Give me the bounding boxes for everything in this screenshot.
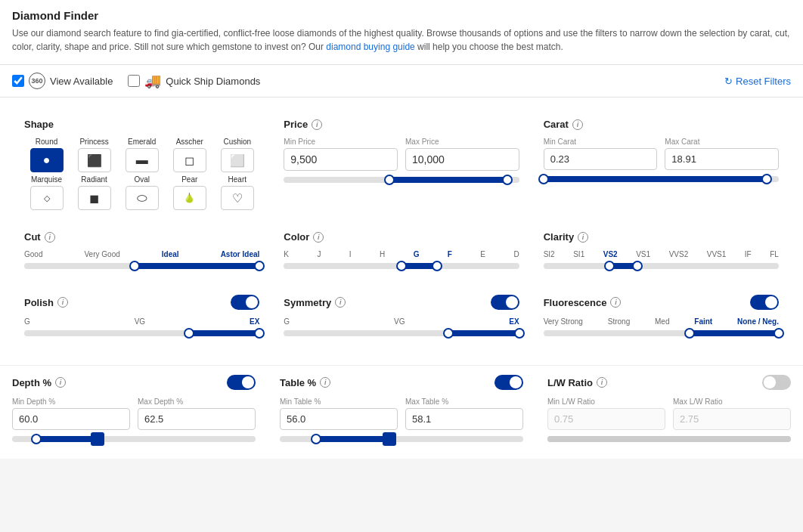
table-toggle[interactable] xyxy=(495,375,523,390)
cut-title: Cut xyxy=(24,231,41,243)
table-slider-max-thumb[interactable] xyxy=(383,432,396,446)
shape-item-asscher[interactable]: Asscher ◻ xyxy=(167,138,212,172)
depth-toggle[interactable] xyxy=(227,375,256,390)
price-max-input[interactable] xyxy=(405,148,519,171)
carat-max-input[interactable] xyxy=(665,148,779,170)
symmetry-section: Symmetry i G VG EX xyxy=(271,286,531,353)
price-min-label: Min Price xyxy=(284,138,398,146)
shape-item-emerald[interactable]: Emerald ▬ xyxy=(119,138,164,172)
lw-min-input[interactable] xyxy=(547,408,665,430)
depth-title: Depth % xyxy=(12,377,51,388)
table-min-input[interactable] xyxy=(280,408,398,430)
carat-max-group: Max Carat xyxy=(665,138,779,170)
header-section: Diamond Finder Use our diamond search fe… xyxy=(0,0,803,65)
lw-ratio-section: L/W Ratio i Min L/W Ratio Max L/W Ratio xyxy=(535,366,803,459)
carat-slider-track[interactable] xyxy=(544,176,779,182)
depth-min-input[interactable] xyxy=(12,408,130,430)
color-scale-labels: K J I H G F E D xyxy=(284,250,519,258)
fluorescence-slider-track[interactable] xyxy=(544,330,779,336)
table-max-group: Max Table % xyxy=(405,397,523,430)
reset-icon: ↻ xyxy=(724,76,733,87)
price-info-icon: i xyxy=(312,119,322,130)
shape-item-marquise[interactable]: Marquise ◇ xyxy=(24,175,69,210)
polish-slider-min-thumb[interactable] xyxy=(184,328,194,339)
table-max-label: Max Table % xyxy=(405,397,523,406)
clarity-info-icon: i xyxy=(578,232,588,243)
clarity-slider-min-thumb[interactable] xyxy=(604,261,615,271)
depth-slider-track[interactable] xyxy=(12,436,256,442)
diamond-guide-link[interactable]: diamond buying guide xyxy=(326,42,414,52)
carat-min-label: Min Carat xyxy=(544,138,658,146)
reset-filters-button[interactable]: ↻ Reset Filters xyxy=(724,76,791,87)
cushion-icon: ⬜ xyxy=(230,153,245,168)
view-available-filter[interactable]: 360 View Available xyxy=(12,73,113,89)
polish-toggle[interactable] xyxy=(231,295,259,310)
color-slider-track[interactable] xyxy=(284,263,519,269)
symmetry-slider-track[interactable] xyxy=(284,330,519,336)
shape-item-round[interactable]: Round ● xyxy=(24,138,69,172)
shape-item-pear[interactable]: Pear 🍐 xyxy=(167,175,212,210)
depth-max-input[interactable] xyxy=(138,408,256,430)
shape-item-cushion[interactable]: Cushion ⬜ xyxy=(215,138,259,172)
lw-max-input[interactable] xyxy=(673,408,791,430)
table-slider-track[interactable] xyxy=(280,436,523,442)
radiant-icon: ◼ xyxy=(89,191,99,206)
clarity-slider-track[interactable] xyxy=(544,263,779,269)
carat-title: Carat xyxy=(544,119,569,130)
carat-slider-min-thumb[interactable] xyxy=(538,174,549,184)
polish-title: Polish xyxy=(24,297,54,308)
shape-item-radiant[interactable]: Radiant ◼ xyxy=(72,175,116,210)
cut-slider-min-thumb[interactable] xyxy=(129,261,140,271)
symmetry-scale-labels: G VG EX xyxy=(284,317,519,326)
fluorescence-title: Fluorescence xyxy=(544,297,607,308)
symmetry-info-icon: i xyxy=(335,297,346,308)
lw-ratio-toggle[interactable] xyxy=(762,375,791,390)
symmetry-slider-max-thumb[interactable] xyxy=(514,328,525,339)
carat-slider-max-thumb[interactable] xyxy=(761,174,772,184)
carat-section: Carat i Min Carat Max Carat xyxy=(532,110,791,222)
table-info-icon: i xyxy=(320,377,330,388)
clarity-scale-labels: SI2 SI1 VS2 VS1 VVS2 VVS1 IF FL xyxy=(544,250,779,258)
carat-min-input[interactable] xyxy=(544,148,658,170)
shape-item-oval[interactable]: Oval ⬭ xyxy=(119,175,164,210)
symmetry-slider-min-thumb[interactable] xyxy=(443,328,454,339)
color-slider-min-thumb[interactable] xyxy=(396,261,407,271)
price-slider-min-thumb[interactable] xyxy=(384,175,395,185)
fluorescence-slider-min-thumb[interactable] xyxy=(684,328,695,339)
depth-slider-max-thumb[interactable] xyxy=(91,432,104,446)
cut-slider-max-thumb[interactable] xyxy=(254,261,265,271)
table-max-input[interactable] xyxy=(405,408,523,430)
shape-title: Shape xyxy=(24,119,54,130)
table-slider-min-thumb[interactable] xyxy=(311,434,321,444)
symmetry-toggle[interactable] xyxy=(491,295,519,310)
depth-slider-min-thumb[interactable] xyxy=(31,434,42,444)
shape-item-heart[interactable]: Heart ♡ xyxy=(215,175,259,210)
shape-item-princess[interactable]: Princess ⬛ xyxy=(72,138,116,172)
clarity-slider-max-thumb[interactable] xyxy=(632,261,643,271)
lw-max-group: Max L/W Ratio xyxy=(673,397,791,430)
marquise-icon: ◇ xyxy=(44,193,50,203)
cut-section: Cut i Good Very Good Ideal Astor Ideal xyxy=(12,222,271,286)
quick-ship-filter[interactable]: 🚚 Quick Ship Diamonds xyxy=(128,73,260,89)
polish-slider-max-thumb[interactable] xyxy=(254,328,265,339)
lw-ratio-title: L/W Ratio xyxy=(547,377,593,388)
header-description: Use our diamond search feature to find g… xyxy=(12,26,791,54)
shape-grid: Round ● Princess ⬛ Emerald ▬ xyxy=(24,138,259,210)
cut-slider-track[interactable] xyxy=(24,263,259,269)
polish-slider-track[interactable] xyxy=(24,330,259,336)
fluorescence-info-icon: i xyxy=(610,297,621,308)
price-slider-track[interactable] xyxy=(284,177,519,183)
view-available-label: View Available xyxy=(50,76,113,87)
price-min-input[interactable] xyxy=(284,148,398,171)
price-slider-max-thumb[interactable] xyxy=(502,175,513,185)
table-inputs: Min Table % Max Table % xyxy=(280,397,523,430)
asscher-icon: ◻ xyxy=(184,153,194,168)
table-section: Table % i Min Table % Max Table % xyxy=(268,366,535,459)
fluorescence-toggle[interactable] xyxy=(750,295,779,310)
clarity-title: Clarity xyxy=(544,231,574,243)
polish-info-icon: i xyxy=(57,297,68,308)
fluorescence-slider-max-thumb[interactable] xyxy=(774,328,784,339)
round-icon: ● xyxy=(43,153,51,167)
polish-section: Polish i G VG EX xyxy=(12,286,271,353)
color-slider-max-thumb[interactable] xyxy=(432,261,442,271)
